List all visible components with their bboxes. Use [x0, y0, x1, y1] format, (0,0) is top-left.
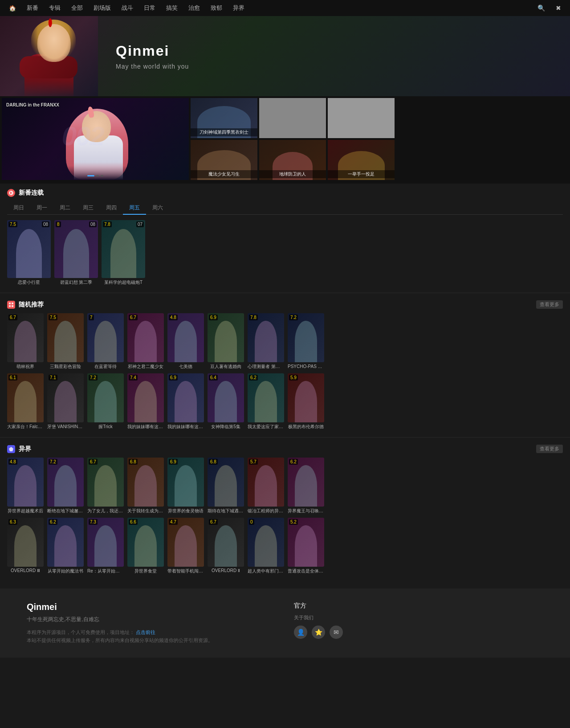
new-anime-icon — [7, 189, 15, 197]
nav-healing[interactable]: 治愈 — [188, 4, 200, 12]
footer-desc-line1: 本程序为开源项目，个人可免费使用，项目地址： — [27, 630, 134, 635]
nav-sad[interactable]: 致郁 — [211, 4, 222, 12]
footer-brand-name: Qinmei — [27, 602, 276, 612]
footer: Qinmei 十年生死两忘史,不思量,自难忘 本程序为开源项目，个人可免费使用，… — [0, 589, 570, 658]
tab-fri[interactable]: 周五 — [123, 201, 146, 214]
isekai-icon — [7, 445, 15, 453]
is-item-2[interactable]: 6.7 为了女儿，我还不生活... — [87, 458, 124, 514]
is-item-3[interactable]: 6.8 关于我转生成为史莱姆... — [127, 458, 164, 514]
banner-cell-1[interactable]: 刀剑神域第四季黑衣剑士 — [191, 98, 257, 138]
footer-social-star[interactable]: ⭐ — [312, 626, 325, 639]
nav-comedy[interactable]: 搞笑 — [166, 4, 178, 12]
nav-battle[interactable]: 战斗 — [122, 4, 133, 12]
is2-item-7[interactable]: 5.2 普通攻击是全体效击... — [288, 518, 324, 574]
nav-isekai[interactable]: 异界 — [233, 4, 244, 12]
banner-main[interactable]: 002 DARLING in the FRANXX — [2, 98, 189, 180]
tab-wed[interactable]: 周三 — [77, 201, 100, 214]
r-item-4[interactable]: 4.8 七美德 — [167, 313, 204, 370]
search-icon[interactable]: 🔍 — [537, 4, 545, 12]
tab-mon[interactable]: 周一 — [30, 201, 53, 214]
r-item-5[interactable]: 6.9 豆人薯有逃婚肉 — [208, 313, 244, 370]
hero-banner: Qinmei May the world with you — [0, 16, 570, 96]
random-grid-2: 6.1 大家亲台！Falcom学园 7.1 牙堡 VANISHING LINE … — [7, 373, 563, 430]
is2-item-6[interactable]: 0 超人类中有邪门存在... — [248, 518, 284, 574]
r2-item-7[interactable]: 5.9 极黑的布伦希尔德 — [288, 373, 324, 430]
nav-movie[interactable]: 剧场版 — [94, 4, 111, 12]
banner-cell-5[interactable]: 地球防卫的人 — [259, 140, 326, 180]
r-item-0[interactable]: 6.7 萌林祝界 — [7, 313, 44, 370]
banner-cell-1-label: 刀剑神域第四季黑衣剑士 — [191, 128, 257, 136]
day-tabs: 周日 周一 周二 周三 周四 周五 周六 — [7, 201, 563, 215]
title-0: 恋爱小行星 — [7, 279, 51, 286]
tab-thu[interactable]: 周四 — [100, 201, 123, 214]
random-grid-1: 6.7 萌林祝界 7.5 三颗星彩色冒险 7 在蓝霍等待 6.7 邪神之君 — [7, 313, 563, 370]
is-item-0[interactable]: 4.8 异世界超越魔术后 — [7, 458, 44, 514]
r2-item-2[interactable]: 7.2 握Trick — [87, 373, 124, 430]
random-icon — [7, 301, 15, 309]
nav-daily[interactable]: 日常 — [144, 4, 155, 12]
nav-album[interactable]: 专辑 — [49, 4, 61, 12]
svg-rect-1 — [9, 303, 11, 304]
footer-desc-link[interactable]: 点击前往 — [136, 630, 155, 635]
r-item-7[interactable]: 7.2 PSYCHO-PAS 第三季 — [288, 313, 324, 370]
footer-social-mail[interactable]: ✉ — [330, 626, 343, 639]
r2-item-1[interactable]: 7.1 牙堡 VANISHING LINE — [47, 373, 84, 430]
is2-item-1[interactable]: 6.2 从零开始的魔法书 — [47, 518, 84, 574]
hero-title: Qinmei — [116, 43, 552, 59]
new-anime-item-0[interactable]: 7.5 08 恋爱小行星 — [7, 220, 51, 286]
banner-cell-4[interactable]: 魔法少女见习生 — [191, 140, 257, 180]
r2-item-5[interactable]: 6.4 女神降临第5集 — [208, 373, 244, 430]
banner-main-title: DARLING in the FRANXX — [6, 102, 59, 107]
random-more[interactable]: 查看更多 — [536, 300, 563, 309]
footer-social-user[interactable]: 👤 — [294, 626, 307, 639]
new-anime-item-1[interactable]: 8 08 碧蓝幻想 第二季 — [54, 220, 98, 286]
is-item-6[interactable]: 5.7 锻冶工程师的异世界... — [248, 458, 284, 514]
nav-new[interactable]: 新番 — [27, 4, 38, 12]
is2-item-0[interactable]: 6.3 OVERLORD Ⅲ — [7, 518, 44, 574]
is-item-7[interactable]: 6.2 异界魔王与召唤少女... — [288, 458, 324, 514]
banner-cell-2[interactable] — [259, 98, 326, 138]
r-item-6[interactable]: 7.8 心理测量者 第三季 — [248, 313, 284, 370]
new-anime-header: 新番连载 — [7, 189, 563, 197]
r2-item-3[interactable]: 7.4 我的妹妹哪有这么可爱... — [127, 373, 164, 430]
banner-cell-6-label: 一举手一投足 — [328, 170, 395, 178]
r-item-2[interactable]: 7 在蓝霍等待 — [87, 313, 124, 370]
tab-tue[interactable]: 周二 — [53, 201, 77, 214]
random-title: 随机推荐 — [19, 301, 44, 309]
nav-home[interactable]: 🏠 — [9, 5, 16, 12]
r2-item-4[interactable]: 6.9 我的妹妹哪有这么可爱... — [167, 373, 204, 430]
is-item-5[interactable]: 6.8 期待在地下城遇邂逅有限... — [208, 458, 244, 514]
title-2: 某科学的超电磁炮T — [102, 279, 145, 286]
tab-sun[interactable]: 周日 — [7, 201, 30, 214]
r2-item-0[interactable]: 6.1 大家亲台！Falcom学园 — [7, 373, 44, 430]
hero-character — [0, 16, 98, 96]
is2-item-2[interactable]: 7.3 Re：从零开始的异世界... — [87, 518, 124, 574]
new-anime-grid: 7.5 08 恋爱小行星 8 08 碧蓝幻想 第二季 7.8 07 某科学的超电… — [7, 220, 563, 286]
footer-social: 👤 ⭐ ✉ — [294, 626, 543, 639]
banner-cell-4-label: 魔法少女见习生 — [191, 170, 257, 178]
title-1: 碧蓝幻想 第二季 — [54, 279, 98, 286]
is2-item-4[interactable]: 4.7 带着智能手机闯荡异世... — [167, 518, 204, 574]
is-item-1[interactable]: 7.2 断绝在地下城邂逅有限... — [47, 458, 84, 514]
menu-icon[interactable]: ✖ — [556, 4, 561, 12]
new-anime-item-2[interactable]: 7.8 07 某科学的超电磁炮T — [102, 220, 145, 286]
is2-item-5[interactable]: 6.7 OVERLORD Ⅱ — [208, 518, 244, 574]
isekai-more[interactable]: 查看更多 — [536, 445, 563, 453]
banner-cell-6[interactable]: 一举手一投足 — [328, 140, 395, 180]
isekai-header: 异界 查看更多 — [7, 445, 563, 453]
isekai-section: 异界 查看更多 4.8 异世界超越魔术后 7.2 断绝在地下城邂逅有限... 6… — [0, 439, 570, 580]
nav-all[interactable]: 全部 — [71, 4, 83, 12]
r-item-1[interactable]: 7.5 三颗星彩色冒险 — [47, 313, 84, 370]
r2-item-6[interactable]: 6.2 我太爱这应了家怎么办 — [248, 373, 284, 430]
banner-cell-3[interactable] — [328, 98, 395, 138]
footer-about-link[interactable]: 关于我们 — [294, 614, 543, 621]
svg-rect-4 — [12, 305, 13, 307]
isekai-title: 异界 — [19, 445, 31, 453]
is-item-4[interactable]: 6.9 异世界的食灵物语 — [167, 458, 204, 514]
r-item-3[interactable]: 6.7 邪神之君二魔少女 — [127, 313, 164, 370]
tab-sat[interactable]: 周六 — [146, 201, 169, 214]
footer-desc-line2: 本站不提供任何视频上传服务，所有内容均来自视频分享站的频道你的公开引用资源。 — [27, 638, 213, 643]
svg-rect-3 — [9, 305, 11, 307]
is2-item-3[interactable]: 6.6 异世界食堂 — [127, 518, 164, 574]
footer-official-title: 官方 — [294, 602, 543, 610]
